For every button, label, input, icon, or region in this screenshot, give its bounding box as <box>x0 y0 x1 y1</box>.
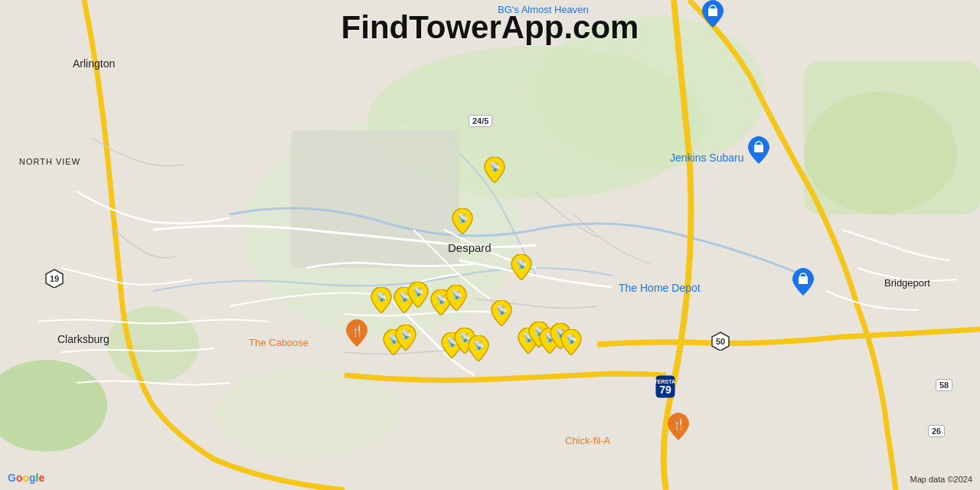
svg-text:79: 79 <box>659 384 671 396</box>
svg-text:📡: 📡 <box>457 212 469 224</box>
svg-point-9 <box>214 368 398 459</box>
badge-rt24-5: 24/5 <box>469 115 492 127</box>
restaurant-pin-chick-fil-a[interactable]: 🍴 <box>667 413 690 440</box>
svg-text:📡: 📡 <box>496 304 508 315</box>
label-chick-fil-a: Chick-fil-A <box>565 435 610 446</box>
tower-pin-19[interactable]: 📡 <box>560 329 582 355</box>
label-arlington: Arlington <box>73 57 115 70</box>
svg-text:📡: 📡 <box>566 333 577 345</box>
svg-rect-34 <box>754 145 763 152</box>
place-pin-bgs[interactable] <box>701 0 724 28</box>
svg-text:📡: 📡 <box>516 258 528 270</box>
svg-rect-35 <box>799 276 808 284</box>
svg-text:50: 50 <box>716 337 725 346</box>
svg-rect-36 <box>708 8 717 16</box>
place-pin-jenkins[interactable] <box>747 136 770 164</box>
map-container[interactable]: FindTowerApp.com Arlington NORTH VIEW Cl… <box>0 0 980 490</box>
tower-pin-14[interactable]: 📡 <box>468 335 489 361</box>
label-bridgeport: Bridgeport <box>884 277 930 289</box>
svg-text:📡: 📡 <box>489 161 501 172</box>
svg-text:🍴: 🍴 <box>351 325 364 338</box>
svg-text:19: 19 <box>50 274 59 283</box>
restaurant-pin-caboose[interactable]: 🍴 <box>345 319 368 347</box>
label-jenkins-subaru: Jenkins Subaru <box>670 152 744 164</box>
tower-pin-1[interactable]: 📡 <box>484 157 505 183</box>
label-despard: Despard <box>448 241 492 254</box>
svg-text:📡: 📡 <box>413 286 424 297</box>
tower-pin-4[interactable]: 📡 <box>371 287 392 313</box>
tower-pin-11[interactable]: 📡 <box>395 325 416 351</box>
badge-rt19: 19 <box>44 268 64 291</box>
svg-point-6 <box>107 306 199 383</box>
tower-pin-3[interactable]: 📡 <box>511 254 532 280</box>
tower-pin-8[interactable]: 📡 <box>446 285 467 311</box>
svg-text:📡: 📡 <box>376 291 387 302</box>
label-clarksburg: Clarksburg <box>57 333 109 345</box>
badge-rt58: 58 <box>936 379 952 391</box>
badge-rt50: 50 <box>710 331 730 354</box>
svg-text:📡: 📡 <box>400 328 412 340</box>
tower-pin-9[interactable]: 📡 <box>491 300 512 326</box>
svg-text:📡: 📡 <box>451 289 462 300</box>
map-attribution: Map data ©2024 <box>910 475 973 484</box>
label-north-view: NORTH VIEW <box>19 157 80 166</box>
app-title: FindTowerApp.com <box>341 9 639 46</box>
svg-text:📡: 📡 <box>473 339 485 351</box>
google-logo: G o o g l e <box>8 472 44 484</box>
place-pin-home-depot[interactable] <box>792 268 815 296</box>
badge-rt26: 26 <box>928 425 945 437</box>
svg-point-4 <box>804 92 957 214</box>
svg-text:🍴: 🍴 <box>672 418 686 431</box>
svg-rect-7 <box>291 130 459 268</box>
label-caboose: The Caboose <box>249 337 309 348</box>
label-home-depot: The Home Depot <box>619 282 701 294</box>
tower-pin-6[interactable]: 📡 <box>407 282 429 308</box>
badge-rt79: INTERSTATE 79 <box>655 375 675 401</box>
tower-pin-2[interactable]: 📡 <box>452 208 473 234</box>
